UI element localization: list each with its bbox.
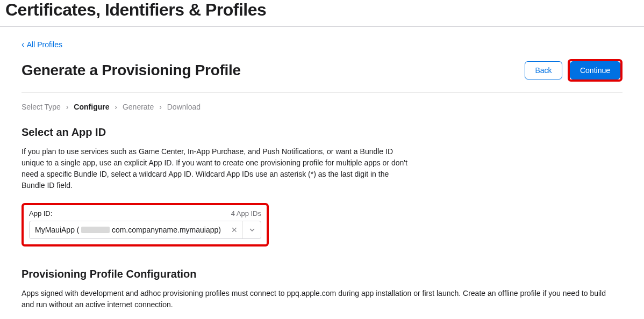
- title-row: Generate a Provisioning Profile Back Con…: [22, 59, 622, 93]
- config-section: Provisioning Profile Configuration Apps …: [22, 268, 622, 319]
- profile-title: Generate a Provisioning Profile: [22, 62, 241, 79]
- appid-highlight: App ID: 4 App IDs MyMauiApp ( com.compan…: [22, 203, 269, 247]
- appid-heading: Select an App ID: [22, 126, 622, 139]
- back-button[interactable]: Back: [525, 61, 562, 79]
- appid-dropdown[interactable]: MyMauiApp ( com.companyname.mymauiapp) ✕: [29, 221, 261, 239]
- step-select-type: Select Type: [22, 103, 61, 111]
- step-download: Download: [167, 103, 201, 111]
- page-header: Certificates, Identifiers & Profiles: [0, 0, 644, 27]
- all-profiles-link[interactable]: All Profiles: [22, 40, 62, 49]
- step-generate: Generate: [123, 103, 154, 111]
- config-heading: Provisioning Profile Configuration: [22, 268, 622, 280]
- appid-count: 4 App IDs: [231, 209, 261, 218]
- appid-value: MyMauiApp ( com.companyname.mymauiapp): [30, 226, 226, 234]
- appid-description: If you plan to use services such as Game…: [22, 146, 409, 191]
- action-buttons: Back Continue: [525, 59, 622, 82]
- continue-highlight: Continue: [568, 59, 622, 82]
- page-title: Certificates, Identifiers & Profiles: [5, 0, 639, 20]
- chevron-right-icon: ›: [115, 103, 117, 111]
- step-configure: Configure: [74, 103, 109, 111]
- chevron-right-icon: ›: [159, 103, 162, 111]
- appid-section: Select an App ID If you plan to use serv…: [22, 126, 622, 247]
- appid-field-header: App ID: 4 App IDs: [29, 209, 261, 218]
- breadcrumb: Select Type › Configure › Generate › Dow…: [22, 103, 622, 111]
- chevron-down-icon[interactable]: [242, 221, 261, 238]
- chevron-right-icon: ›: [66, 103, 69, 111]
- appid-label: App ID:: [29, 209, 52, 218]
- continue-button[interactable]: Continue: [570, 61, 620, 79]
- clear-icon[interactable]: ✕: [226, 226, 242, 234]
- content-area: All Profiles Generate a Provisioning Pro…: [0, 27, 644, 319]
- redacted-prefix: [81, 227, 109, 233]
- config-description: Apps signed with development and adhoc p…: [22, 288, 613, 310]
